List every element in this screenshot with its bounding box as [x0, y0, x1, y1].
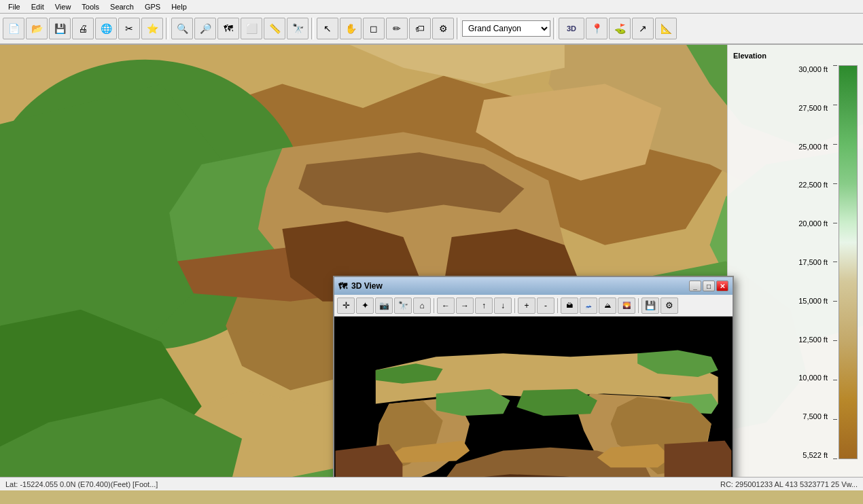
close-button[interactable]: ✕	[716, 281, 728, 291]
globe-button[interactable]: 🌐	[95, 18, 117, 39]
tick-8	[833, 340, 837, 341]
legend-label-7: 15,000 ft	[733, 297, 828, 305]
tick-7	[833, 301, 837, 302]
3d-pan-button[interactable]: ✛	[337, 298, 355, 314]
coordinates-display: Lat: -15224.055 0.0N (E70.400)(Feet) [Fo…	[5, 480, 158, 488]
zoom-select-button[interactable]: ⬜	[241, 18, 262, 39]
menu-file[interactable]: File	[3, 1, 26, 12]
print-button[interactable]: 🖨	[72, 18, 94, 39]
minimize-button[interactable]: _	[689, 281, 701, 291]
3d-texture3-button[interactable]: ⛰	[599, 298, 616, 314]
tick-1	[833, 65, 837, 66]
3d-binoculars-button[interactable]: 🔭	[394, 298, 412, 314]
tick-2	[833, 105, 837, 105]
tick-11	[833, 458, 837, 459]
separator-4	[553, 18, 556, 39]
3d-view-button[interactable]: 3D	[559, 18, 584, 39]
save-button[interactable]: 💾	[49, 18, 71, 39]
3d-screenshot-button[interactable]: 📷	[375, 298, 393, 314]
3d-separator-2	[514, 298, 515, 313]
tick-5	[833, 223, 837, 223]
3d-separator-1	[434, 298, 434, 313]
3d-texture4-button[interactable]: 🌄	[618, 298, 635, 314]
menu-tools[interactable]: Tools	[76, 1, 105, 12]
3d-home-button[interactable]: ⌂	[413, 298, 431, 314]
open-button[interactable]: 📂	[26, 18, 48, 39]
3d-view-titlebar[interactable]: 🗺 3D View _ □ ✕	[334, 277, 733, 295]
3d-texture2-button[interactable]: 🗻	[580, 298, 597, 314]
3d-zoom-out-button[interactable]: -	[537, 298, 554, 314]
waypoint-button[interactable]: ⛳	[609, 18, 631, 39]
legend-label-6: 17,500 ft	[733, 258, 828, 266]
label-button[interactable]: 🏷	[409, 18, 431, 39]
tick-9	[833, 380, 837, 380]
legend-label-9: 10,000 ft	[733, 374, 828, 382]
3d-zoom-in-button[interactable]: +	[518, 298, 535, 314]
3d-export-button[interactable]: 💾	[641, 298, 659, 314]
maximize-button[interactable]: □	[703, 281, 715, 291]
pointer-button[interactable]: ↖	[317, 18, 338, 39]
tick-4	[833, 183, 837, 184]
main-area: Elevation 30,000 ft 27,500 ft 25,000 ft …	[0, 45, 863, 490]
separator-2	[311, 18, 314, 39]
elevation-legend: Elevation 30,000 ft 27,500 ft 25,000 ft …	[727, 45, 863, 490]
menu-view[interactable]: View	[50, 1, 77, 12]
3d-arrow-down-button[interactable]: ↓	[494, 298, 512, 314]
route-button[interactable]: ↗	[632, 18, 654, 39]
zoom-in-button[interactable]: 🔍	[171, 18, 193, 39]
status-bar: Lat: -15224.055 0.0N (E70.400)(Feet) [Fo…	[0, 477, 863, 490]
legend-label-10: 7,500 ft	[733, 412, 828, 420]
3d-arrow-up-button[interactable]: ↑	[475, 298, 493, 314]
legend-label-4: 22,500 ft	[733, 181, 828, 189]
measure-button[interactable]: 📏	[264, 18, 285, 39]
legend-label-3: 25,000 ft	[733, 143, 828, 151]
new-button[interactable]: 📄	[3, 18, 24, 39]
main-toolbar: 📄 📂 💾 🖨 🌐 ✂ ⭐ 🔍 🔎 🗺 ⬜ 📏 🔭 ↖ ✋ ◻ ✏ 🏷 ⚙ Gr…	[0, 14, 863, 45]
3d-view-icon: 🗺	[338, 281, 347, 291]
legend-gradient-bar	[839, 65, 858, 459]
menu-search[interactable]: Search	[105, 1, 139, 12]
binoculars-button[interactable]: 🔭	[287, 18, 309, 39]
select-button[interactable]: ◻	[363, 18, 385, 39]
menu-edit[interactable]: Edit	[26, 1, 50, 12]
zoom-out-button[interactable]: 🔎	[194, 18, 216, 39]
3d-view-canvas[interactable]	[334, 317, 733, 490]
location-dropdown[interactable]: Grand Canyon Yosemite Yellowstone Rocky …	[462, 20, 550, 37]
tick-3	[833, 144, 837, 145]
legend-label-8: 12,500 ft	[733, 336, 828, 344]
pan-button[interactable]: ✋	[340, 18, 362, 39]
scissors-button[interactable]: ✂	[118, 18, 140, 39]
3d-view-window: 🗺 3D View _ □ ✕ ✛ ✦ 📷 🔭 ⌂ ← → ↑ ↓ + -	[333, 276, 734, 490]
tick-6	[833, 262, 837, 262]
edit-vertices-button[interactable]: ⚙	[432, 18, 454, 39]
legend-label-5: 20,000 ft	[733, 219, 828, 228]
draw-button[interactable]: ✏	[386, 18, 408, 39]
3d-settings-button[interactable]: ⚙	[661, 298, 678, 314]
legend-label-2: 27,500 ft	[733, 104, 828, 112]
coordinate-right: RC: 295001233 AL 413 5323771 25 Vw...	[720, 480, 858, 488]
menu-help[interactable]: Help	[166, 1, 192, 12]
3d-arrow-left-button[interactable]: ←	[437, 298, 455, 314]
separator-1	[166, 18, 169, 39]
zoom-world-button[interactable]: 🗺	[217, 18, 239, 39]
menu-bar: File Edit View Tools Search GPS Help	[0, 0, 863, 14]
3d-separator-3	[557, 298, 558, 313]
3d-view-window-controls: _ □ ✕	[689, 281, 728, 291]
measure2-button[interactable]: 📐	[655, 18, 677, 39]
legend-title: Elevation	[733, 52, 858, 60]
legend-label-11: 5,522 ft	[733, 451, 828, 459]
tick-10	[833, 419, 837, 420]
legend-label-1: 30,000 ft	[733, 65, 828, 73]
star-button[interactable]: ⭐	[141, 18, 163, 39]
3d-separator-4	[638, 298, 639, 313]
3d-arrow-right-button[interactable]: →	[456, 298, 474, 314]
menu-gps[interactable]: GPS	[139, 1, 166, 12]
separator-3	[457, 18, 459, 39]
3d-texture1-button[interactable]: 🏔	[561, 298, 578, 314]
3d-view-toolbar: ✛ ✦ 📷 🔭 ⌂ ← → ↑ ↓ + - 🏔 🗻 ⛰ 🌄 💾 ⚙	[334, 295, 733, 317]
3d-rotate-button[interactable]: ✦	[356, 298, 374, 314]
3d-view-title: 🗺 3D View	[338, 281, 383, 291]
gps-track-button[interactable]: 📍	[586, 18, 607, 39]
